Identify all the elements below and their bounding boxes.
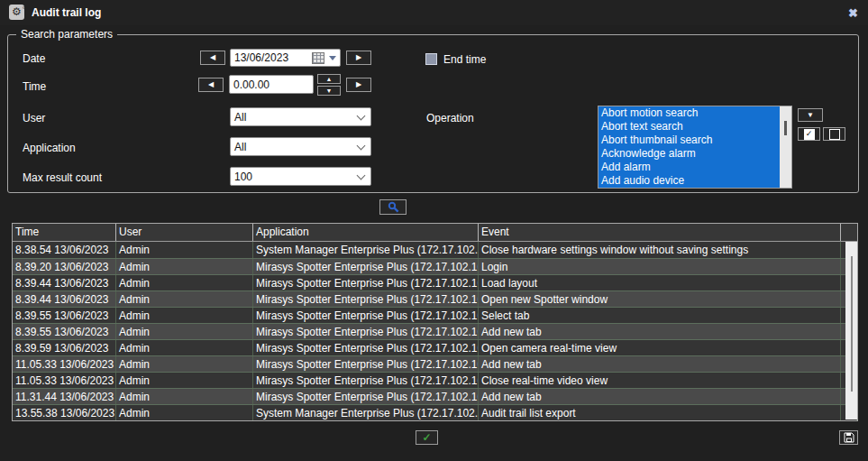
cell-user: Admin xyxy=(116,291,253,307)
operation-deselect-all-button[interactable] xyxy=(823,127,845,141)
table-row[interactable]: 8.38.54 13/06/2023AdminSystem Manager En… xyxy=(13,242,857,258)
cell-event: Load layout xyxy=(479,275,841,290)
cell-application: System Manager Enterprise Plus (172.17.1… xyxy=(253,405,479,420)
window-title: Audit trail log xyxy=(32,6,101,19)
gear-icon: ⚙° xyxy=(9,5,24,20)
table-row[interactable]: 8.39.55 13/06/2023AdminMirasys Spotter E… xyxy=(13,307,857,323)
application-select-value: All xyxy=(234,141,246,153)
end-time-checkbox[interactable] xyxy=(425,53,437,65)
cell-time: 8.38.54 13/06/2023 xyxy=(13,242,116,258)
cell-application: Mirasys Spotter Enterprise Plus (172.17.… xyxy=(253,275,479,290)
cell-user: Admin xyxy=(116,373,253,388)
operation-option[interactable]: Add alarm xyxy=(598,161,780,174)
table-scrollbar-thumb[interactable] xyxy=(851,256,853,392)
cell-application: Mirasys Spotter Enterprise Plus (172.17.… xyxy=(253,324,479,339)
table-scrollbar[interactable] xyxy=(845,242,857,420)
cell-event: Select tab xyxy=(479,308,841,323)
cell-event: Close hardware settings window without s… xyxy=(479,242,841,258)
date-value: 13/06/2023 xyxy=(234,51,288,64)
operation-option[interactable]: Acknowledge alarm xyxy=(598,147,780,161)
left-arrow-icon: ◀ xyxy=(210,54,215,61)
search-button[interactable] xyxy=(379,199,407,215)
operation-select-all-button[interactable]: ✓ xyxy=(798,127,820,141)
user-select-value: All xyxy=(234,111,246,124)
cell-user: Admin xyxy=(116,389,253,404)
empty-box-icon xyxy=(829,129,840,140)
cell-application: Mirasys Spotter Enterprise Plus (172.17.… xyxy=(253,340,479,355)
column-header-time[interactable]: Time xyxy=(13,224,116,241)
table-row[interactable]: 11.05.33 13/06/2023AdminMirasys Spotter … xyxy=(13,355,857,372)
operation-listbox[interactable]: Abort motion searchAbort text searchAbor… xyxy=(598,106,792,189)
operation-option[interactable]: Abort motion search xyxy=(598,106,780,120)
cell-application: Mirasys Spotter Enterprise Plus (172.17.… xyxy=(253,356,479,372)
audit-trail-log-window: ⚙° Audit trail log ✖ Search parameters D… xyxy=(0,0,868,461)
table-row[interactable]: 8.39.55 13/06/2023AdminMirasys Spotter E… xyxy=(13,323,857,339)
table-row[interactable]: 11.05.33 13/06/2023AdminMirasys Spotter … xyxy=(13,372,857,388)
close-icon[interactable]: ✖ xyxy=(846,6,860,20)
mini-gear-icon: ° xyxy=(23,2,25,17)
end-time-label: End time xyxy=(443,53,486,66)
calendar-icon[interactable] xyxy=(312,52,324,64)
table-row[interactable]: 11.31.44 13/06/2023AdminMirasys Spotter … xyxy=(13,388,857,404)
cell-event: Close real-time video view xyxy=(479,373,841,388)
cell-time: 11.31.44 13/06/2023 xyxy=(13,389,116,404)
column-header-application[interactable]: Application xyxy=(253,224,479,241)
date-field[interactable]: 13/06/2023 xyxy=(230,49,341,67)
cell-time: 8.39.55 13/06/2023 xyxy=(13,308,116,323)
cell-event: Add new tab xyxy=(479,389,841,404)
column-header-user[interactable]: User xyxy=(116,224,253,241)
cell-user: Admin xyxy=(116,405,253,420)
date-prev-button[interactable]: ◀ xyxy=(200,51,225,65)
user-label: User xyxy=(23,112,45,124)
table-header: Time User Application Event xyxy=(13,224,857,242)
operation-dropdown-button[interactable]: ▼ xyxy=(798,108,823,122)
date-next-button[interactable]: ▶ xyxy=(346,51,371,65)
right-arrow-icon: ▶ xyxy=(356,81,361,88)
ok-button[interactable]: ✓ xyxy=(416,430,438,445)
time-spin-up-button[interactable]: ▲ xyxy=(317,74,341,84)
table-row[interactable]: 8.39.20 13/06/2023AdminMirasys Spotter E… xyxy=(13,258,857,274)
column-header-filler xyxy=(841,224,857,241)
cell-event: Add new tab xyxy=(479,324,841,339)
cell-event: Login xyxy=(479,259,841,274)
magnifier-icon xyxy=(388,201,399,213)
save-button[interactable] xyxy=(839,430,858,445)
cell-user: Admin xyxy=(116,324,253,339)
table-row[interactable]: 8.39.44 13/06/2023AdminMirasys Spotter E… xyxy=(13,290,857,307)
time-spin-down-button[interactable]: ▼ xyxy=(317,86,341,96)
chevron-down-icon xyxy=(357,171,366,180)
table-row[interactable]: 13.55.38 13/06/2023AdminSystem Manager E… xyxy=(13,404,857,420)
cell-user: Admin xyxy=(116,308,253,323)
down-arrow-icon: ▼ xyxy=(326,88,333,94)
max-result-count-select[interactable]: 100 xyxy=(230,167,371,186)
application-select[interactable]: All xyxy=(230,137,371,156)
time-prev-button[interactable]: ◀ xyxy=(198,78,224,92)
cell-application: System Manager Enterprise Plus (172.17.1… xyxy=(253,242,479,258)
time-next-button[interactable]: ▶ xyxy=(346,78,371,92)
user-select[interactable]: All xyxy=(230,107,371,126)
operation-option[interactable]: Abort thumbnail search xyxy=(598,134,780,147)
operation-option[interactable]: Abort text search xyxy=(598,120,780,134)
operation-label: Operation xyxy=(426,112,474,124)
table-row[interactable]: 8.39.59 13/06/2023AdminMirasys Spotter E… xyxy=(13,339,857,355)
cell-time: 8.39.59 13/06/2023 xyxy=(13,340,116,355)
cell-user: Admin xyxy=(116,340,253,355)
date-dropdown-icon[interactable] xyxy=(329,56,336,60)
column-header-event[interactable]: Event xyxy=(479,224,841,241)
max-result-count-label: Max result count xyxy=(23,171,102,184)
cell-time: 8.39.20 13/06/2023 xyxy=(13,259,116,274)
cell-application: Mirasys Spotter Enterprise Plus (172.17.… xyxy=(253,308,479,323)
operation-scrollbar-thumb[interactable] xyxy=(784,121,787,135)
cell-event: Open new Spotter window xyxy=(479,291,841,307)
right-arrow-icon: ▶ xyxy=(356,54,361,61)
title-bar: ⚙° Audit trail log ✖ xyxy=(0,0,868,25)
table-row[interactable]: 8.39.44 13/06/2023AdminMirasys Spotter E… xyxy=(13,274,857,290)
cell-application: Mirasys Spotter Enterprise Plus (172.17.… xyxy=(253,373,479,388)
time-field[interactable]: 0.00.00 xyxy=(229,75,314,94)
cell-time: 8.39.44 13/06/2023 xyxy=(13,275,116,290)
operation-options: Abort motion searchAbort text searchAbor… xyxy=(598,106,791,188)
cell-event: Open camera real-time view xyxy=(479,340,841,355)
left-arrow-icon: ◀ xyxy=(208,81,214,88)
operation-option[interactable]: Add audio device xyxy=(598,174,780,188)
operation-scrollbar[interactable] xyxy=(780,106,791,188)
